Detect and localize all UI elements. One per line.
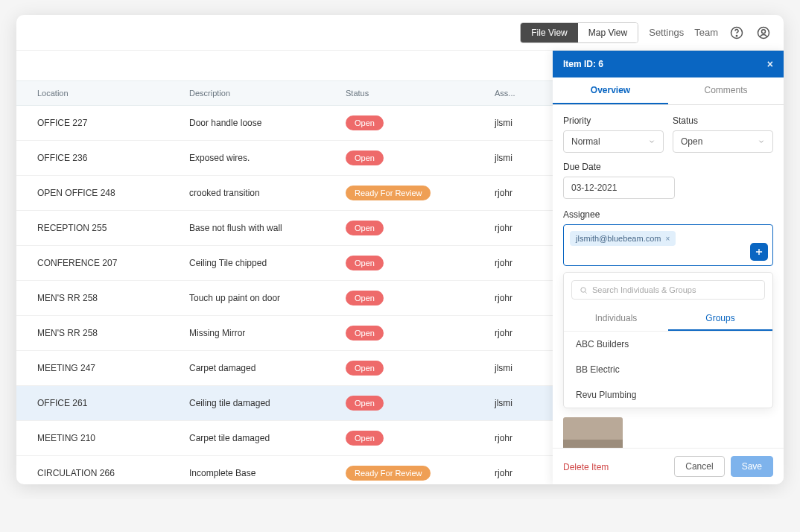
cancel-button[interactable]: Cancel: [674, 456, 724, 477]
status-badge: Open: [346, 221, 384, 235]
col-description[interactable]: Description: [180, 81, 337, 105]
cell-description: Ceiling tile damaged: [180, 388, 337, 418]
cell-description: crooked transition: [180, 178, 337, 208]
svg-point-3: [762, 29, 766, 33]
view-toggle: File View Map View: [520, 22, 638, 43]
team-link[interactable]: Team: [694, 27, 718, 38]
col-location[interactable]: Location: [16, 81, 180, 105]
status-badge: Open: [346, 256, 384, 270]
cell-status: Ready For Review: [337, 456, 486, 484]
tab-comments[interactable]: Comments: [668, 77, 784, 104]
dropdown-list: ABC BuildersBB ElectricRevu Plumbing: [564, 332, 772, 408]
cell-location: MEN'S RR 258: [16, 283, 180, 313]
panel-tabs: Overview Comments: [553, 77, 784, 105]
dropdown-option[interactable]: Revu Plumbing: [564, 382, 772, 408]
cell-description: Ceiling Tile chipped: [180, 248, 337, 278]
cell-status: Open: [337, 106, 486, 140]
status-label: Status: [673, 115, 773, 126]
search-input[interactable]: Search Individuals & Groups: [571, 280, 765, 300]
assignee-chip: jlsmith@bluebeam.com ×: [570, 231, 676, 246]
cell-description: Base not flush with wall: [180, 213, 337, 243]
cell-location: OPEN OFFICE 248: [16, 178, 180, 208]
remove-chip-icon[interactable]: ×: [666, 235, 670, 243]
delete-item-link[interactable]: Delete Item: [563, 462, 609, 472]
detail-panel: Item ID: 6 × Overview Comments Priority …: [553, 51, 784, 484]
add-assignee-button[interactable]: [750, 243, 768, 261]
status-badge: Open: [346, 396, 384, 411]
cell-description: Missing Mirror: [180, 318, 337, 348]
duedate-input[interactable]: 03-12-2021: [563, 177, 675, 199]
cell-location: OFFICE 227: [16, 108, 180, 138]
cell-status: Open: [337, 246, 486, 280]
status-badge: Ready For Review: [346, 186, 431, 200]
dropdown-option[interactable]: ABC Builders: [564, 332, 772, 357]
settings-link[interactable]: Settings: [649, 27, 684, 38]
cell-location: MEN'S RR 258: [16, 318, 180, 348]
tab-overview[interactable]: Overview: [553, 77, 668, 104]
cell-status: Open: [337, 281, 486, 315]
cell-status: Open: [337, 316, 486, 350]
cell-status: Open: [337, 421, 486, 455]
search-icon: [580, 286, 588, 294]
cell-location: OFFICE 236: [16, 143, 180, 173]
status-badge: Open: [346, 151, 384, 165]
cell-description: Incomplete Base: [180, 458, 337, 484]
col-status[interactable]: Status: [337, 81, 486, 105]
assignee-dropdown: Search Individuals & Groups Individuals …: [563, 272, 773, 408]
save-button[interactable]: Save: [731, 456, 773, 477]
user-icon[interactable]: [755, 25, 772, 41]
priority-select[interactable]: Normal: [563, 130, 664, 153]
priority-label: Priority: [563, 115, 664, 126]
tab-individuals[interactable]: Individuals: [564, 307, 668, 331]
cell-location: MEETING 247: [16, 353, 180, 383]
status-badge: Open: [346, 361, 384, 376]
assignee-input[interactable]: jlsmith@bluebeam.com ×: [563, 224, 773, 266]
tab-groups[interactable]: Groups: [668, 307, 772, 331]
panel-title: Item ID: 6: [563, 59, 603, 69]
dropdown-tabs: Individuals Groups: [564, 307, 772, 332]
cell-description: Exposed wires.: [180, 143, 337, 173]
status-badge: Ready For Review: [346, 466, 431, 481]
cell-status: Ready For Review: [337, 176, 486, 210]
help-icon[interactable]: [728, 25, 745, 41]
svg-point-2: [758, 27, 769, 38]
dropdown-option[interactable]: BB Electric: [564, 357, 772, 382]
cell-description: Carpet tile damaged: [180, 423, 337, 453]
cell-status: Open: [337, 211, 486, 245]
file-view-tab[interactable]: File View: [521, 23, 577, 42]
cell-status: Open: [337, 351, 486, 385]
panel-header: Item ID: 6 ×: [553, 51, 784, 77]
cell-location: CONFERENCE 207: [16, 248, 180, 278]
panel-footer: Delete Item Cancel Save: [553, 448, 784, 484]
assignee-label: Assignee: [563, 209, 773, 220]
status-badge: Open: [346, 431, 384, 446]
cell-status: Open: [337, 386, 486, 420]
svg-point-4: [581, 287, 585, 291]
panel-body: Priority Normal Status Open Due Date: [553, 105, 784, 448]
cell-description: Carpet damaged: [180, 353, 337, 383]
close-icon[interactable]: ×: [767, 58, 773, 70]
photo-thumbnail[interactable]: [563, 417, 623, 448]
status-badge: Open: [346, 291, 384, 305]
map-view-tab[interactable]: Map View: [578, 23, 638, 42]
status-select[interactable]: Open: [673, 130, 773, 153]
cell-description: Door handle loose: [180, 108, 337, 138]
status-badge: Open: [346, 326, 384, 341]
cell-location: OFFICE 261: [16, 388, 180, 418]
chevron-down-icon: [648, 138, 655, 145]
cell-location: CIRCULATION 266: [16, 458, 180, 484]
app-frame: File View Map View Settings Team Export …: [16, 15, 784, 484]
duedate-label: Due Date: [563, 162, 773, 172]
svg-point-1: [736, 35, 737, 36]
chevron-down-icon: [758, 138, 765, 145]
plus-icon: [754, 247, 764, 257]
cell-location: MEETING 210: [16, 423, 180, 453]
status-badge: Open: [346, 115, 384, 130]
cell-status: Open: [337, 141, 486, 175]
cell-location: RECEPTION 255: [16, 213, 180, 243]
topbar: File View Map View Settings Team: [16, 15, 784, 51]
cell-description: Touch up paint on door: [180, 283, 337, 313]
